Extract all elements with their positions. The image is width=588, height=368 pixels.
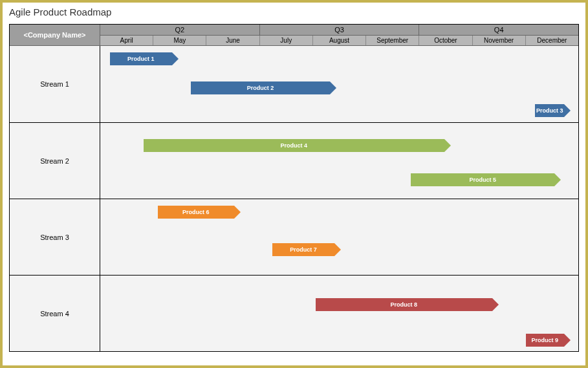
product-bar-label: Product 4 <box>281 142 308 149</box>
product-bar-label: Product 9 <box>532 337 559 343</box>
roadmap-grid: <Company Name> Q2Q3Q4 AprilMayJuneJulyAu… <box>9 24 579 352</box>
stream-label: Stream 4 <box>10 276 100 351</box>
product-bar-label: Product 2 <box>247 85 274 91</box>
stream-label: Stream 3 <box>10 199 100 275</box>
quarters-row: Q2Q3Q4 <box>100 25 578 36</box>
month-header: September <box>366 36 419 45</box>
stream-lane: Product 6Product 7 <box>100 199 578 275</box>
month-header: December <box>526 36 578 45</box>
product-bar-label: Product 5 <box>469 177 496 183</box>
stream-lane: Product 8Product 9 <box>100 276 578 351</box>
months-row: AprilMayJuneJulyAugustSeptemberOctoberNo… <box>100 36 578 45</box>
month-header: May <box>153 36 206 45</box>
month-header: April <box>100 36 153 45</box>
product-bar: Product 4 <box>144 139 445 152</box>
product-bar-label: Product 7 <box>290 246 317 253</box>
product-bar: Product 9 <box>526 334 564 347</box>
month-header: July <box>260 36 313 45</box>
product-bar: Product 3 <box>535 104 563 117</box>
stream-row: Stream 3Product 6Product 7 <box>10 199 578 275</box>
stream-label: Stream 2 <box>10 123 100 199</box>
page-title: Agile Product Roadmap <box>3 3 585 24</box>
header-row: <Company Name> Q2Q3Q4 AprilMayJuneJulyAu… <box>10 25 578 46</box>
product-bar: Product 8 <box>316 298 492 311</box>
product-bar: Product 1 <box>110 52 172 65</box>
month-header: June <box>206 36 259 45</box>
streams-container: Stream 1Product 1Product 2Product 3Strea… <box>10 46 578 351</box>
stream-label: Stream 1 <box>10 46 100 122</box>
quarter-header: Q2 <box>100 25 260 35</box>
stream-lane: Product 1Product 2Product 3 <box>100 46 578 122</box>
month-header: August <box>313 36 366 45</box>
roadmap-page: Agile Product Roadmap <Company Name> Q2Q… <box>3 3 585 365</box>
product-bar-label: Product 3 <box>536 107 563 114</box>
stream-row: Stream 2Product 4Product 5 <box>10 122 578 199</box>
product-bar-label: Product 6 <box>182 209 210 215</box>
product-bar-label: Product 1 <box>127 56 155 62</box>
month-header: November <box>473 36 526 45</box>
product-bar-label: Product 8 <box>391 301 418 308</box>
timeline-header: Q2Q3Q4 AprilMayJuneJulyAugustSeptemberOc… <box>100 25 578 45</box>
stream-row: Stream 1Product 1Product 2Product 3 <box>10 46 578 122</box>
stream-row: Stream 4Product 8Product 9 <box>10 275 578 351</box>
quarter-header: Q3 <box>260 25 420 35</box>
product-bar: Product 2 <box>191 81 329 94</box>
product-bar: Product 6 <box>158 206 234 219</box>
month-header: October <box>419 36 472 45</box>
product-bar: Product 7 <box>272 243 334 256</box>
quarter-header: Q4 <box>419 25 578 35</box>
stream-lane: Product 4Product 5 <box>100 123 578 199</box>
company-header: <Company Name> <box>10 25 100 45</box>
product-bar: Product 5 <box>411 173 554 186</box>
